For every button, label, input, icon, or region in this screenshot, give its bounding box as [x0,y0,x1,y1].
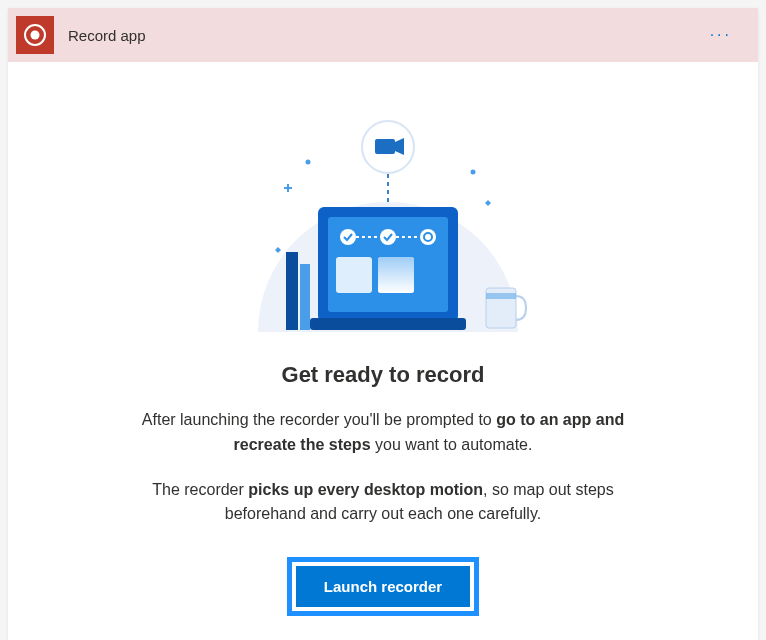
launch-recorder-button[interactable]: Launch recorder [296,566,470,607]
content-title: Get ready to record [48,362,718,388]
svg-point-10 [340,229,356,245]
launch-button-highlight: Launch recorder [287,557,479,616]
svg-point-12 [380,229,396,245]
svg-point-1 [31,31,40,40]
panel-title: Record app [68,27,146,44]
svg-point-14 [420,229,436,245]
record-icon [16,16,54,54]
para1-post: you want to automate. [371,436,533,453]
panel-header: Record app ··· [8,8,758,62]
svg-rect-19 [286,252,298,330]
para2-pre: The recorder [152,481,248,498]
svg-point-2 [306,160,311,165]
description-paragraph-1: After launching the recorder you'll be p… [113,408,653,458]
svg-rect-22 [486,293,516,299]
para1-pre: After launching the recorder you'll be p… [142,411,496,428]
record-app-panel: Record app ··· [8,8,758,640]
description-paragraph-2: The recorder picks up every desktop moti… [113,478,653,528]
svg-rect-18 [378,257,414,293]
para2-bold: picks up every desktop motion [248,481,483,498]
laptop-recording-illustration [228,92,538,342]
svg-point-3 [471,170,476,175]
panel-content: Get ready to record After launching the … [8,62,758,640]
svg-rect-20 [300,264,310,330]
more-options-button[interactable]: ··· [710,26,732,44]
svg-rect-5 [375,139,395,154]
svg-rect-16 [336,257,372,293]
svg-rect-8 [310,318,466,330]
